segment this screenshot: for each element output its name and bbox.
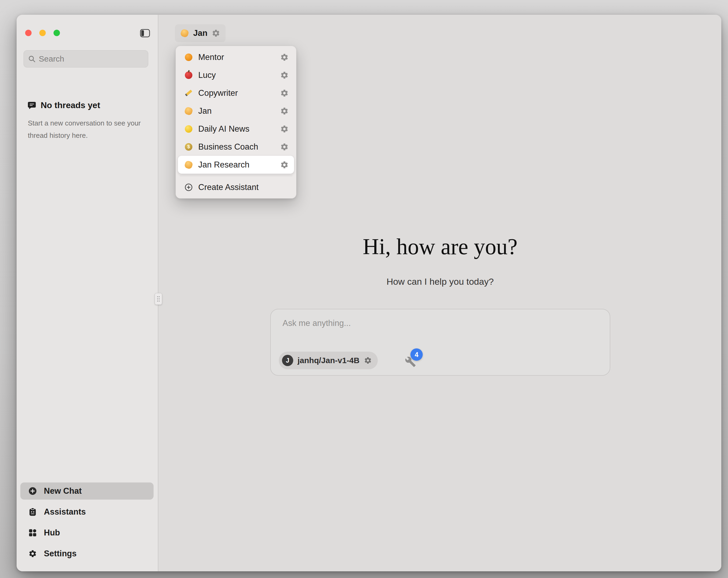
menu-item-label: Lucy <box>198 70 275 80</box>
assistant-settings-gear-icon[interactable] <box>212 29 220 37</box>
menu-item-label: Business Coach <box>198 142 275 152</box>
assistant-menu-item-business-coach[interactable]: Business Coach <box>178 138 294 156</box>
zoom-window-button[interactable] <box>53 30 60 36</box>
empty-state-header: No threads yet <box>27 100 100 110</box>
sidebar: No threads yet Start a new conversation … <box>17 15 158 571</box>
gear-icon[interactable] <box>280 143 289 151</box>
menu-item-label: Jan Research <box>198 160 275 170</box>
empty-state-title: No threads yet <box>41 100 100 110</box>
pane-resize-handle[interactable] <box>155 293 162 305</box>
model-avatar: J <box>282 355 293 366</box>
sidebar-toggle-icon <box>140 29 150 37</box>
search-icon <box>28 55 35 62</box>
app-window: No threads yet Start a new conversation … <box>17 15 721 571</box>
sidebar-item-label: New Chat <box>44 486 82 496</box>
greeting-subtitle: How can I help you today? <box>159 276 721 287</box>
close-window-button[interactable] <box>25 30 31 36</box>
sidebar-item-label: Assistants <box>44 507 86 517</box>
gear-icon[interactable] <box>280 125 289 133</box>
wave-emoji-icon <box>184 107 193 115</box>
tools-count-badge: 4 <box>410 348 423 361</box>
apple-emoji-icon <box>184 71 193 79</box>
create-assistant-button[interactable]: Create Assistant <box>178 178 294 196</box>
sidebar-item-label: Hub <box>44 528 60 537</box>
empty-state-description: Start a new conversation to see your thr… <box>28 117 143 142</box>
sidebar-item-settings[interactable]: Settings <box>20 545 154 562</box>
assistant-menu-item-daily-ai-news[interactable]: Daily AI News <box>178 120 294 138</box>
pencil-emoji-icon <box>184 89 193 97</box>
assistant-menu-item-mentor[interactable]: Mentor <box>178 48 294 66</box>
sidebar-toggle-button[interactable] <box>139 28 151 38</box>
menu-item-label: Daily AI News <box>198 124 275 134</box>
gear-icon[interactable] <box>280 53 289 61</box>
gear-icon[interactable] <box>280 160 289 169</box>
hub-icon <box>28 528 37 537</box>
assistant-menu-item-jan[interactable]: Jan <box>178 102 294 120</box>
minimize-window-button[interactable] <box>39 30 46 36</box>
plus-circle-outline-icon <box>184 183 193 192</box>
sidebar-item-hub[interactable]: Hub <box>20 524 154 541</box>
menu-item-label: Copywriter <box>198 88 275 98</box>
model-settings-gear-icon[interactable] <box>364 356 372 365</box>
gear-icon[interactable] <box>280 89 289 97</box>
wave-emoji-icon <box>180 29 189 37</box>
gear-icon[interactable] <box>280 107 289 115</box>
sidebar-item-new-chat[interactable]: New Chat <box>20 482 154 500</box>
search-box[interactable] <box>24 50 148 68</box>
assistant-menu-item-lucy[interactable]: Lucy <box>178 66 294 84</box>
money-bag-emoji-icon <box>184 143 193 151</box>
gear-icon <box>28 549 37 558</box>
menu-item-label: Create Assistant <box>198 182 289 192</box>
assistant-menu-item-jan-research[interactable]: Jan Research <box>178 156 294 174</box>
plus-circle-icon <box>28 486 37 496</box>
sidebar-item-assistants[interactable]: Assistants <box>20 503 154 521</box>
chat-composer[interactable]: J janhq/Jan-v1-4B 4 <box>270 309 610 376</box>
search-input[interactable] <box>39 54 144 64</box>
assistant-menu: Mentor Lucy Copywriter Jan Daily AI News <box>176 46 296 199</box>
grip-dots-icon <box>157 296 160 302</box>
yellow-circle-emoji-icon <box>184 125 193 133</box>
assistant-menu-item-copywriter[interactable]: Copywriter <box>178 84 294 102</box>
menu-item-label: Mentor <box>198 52 275 62</box>
menu-divider <box>180 176 292 176</box>
assistant-selector[interactable]: Jan <box>175 24 226 42</box>
wave-emoji-icon <box>184 160 193 169</box>
sidebar-item-label: Settings <box>44 549 77 558</box>
chat-bubble-icon <box>27 101 36 110</box>
gear-icon[interactable] <box>280 71 289 79</box>
model-name: janhq/Jan-v1-4B <box>297 356 360 365</box>
assistants-icon <box>28 507 37 517</box>
orange-circle-emoji-icon <box>184 53 193 61</box>
model-selector[interactable]: J janhq/Jan-v1-4B <box>279 352 378 369</box>
assistant-name: Jan <box>193 28 207 38</box>
main-pane: Jan Mentor Lucy Copywriter Jan <box>159 15 721 571</box>
greeting-title: Hi, how are you? <box>159 234 721 259</box>
sidebar-nav: New Chat Assistants <box>20 479 154 562</box>
menu-item-label: Jan <box>198 106 275 116</box>
chat-input[interactable] <box>283 319 598 345</box>
